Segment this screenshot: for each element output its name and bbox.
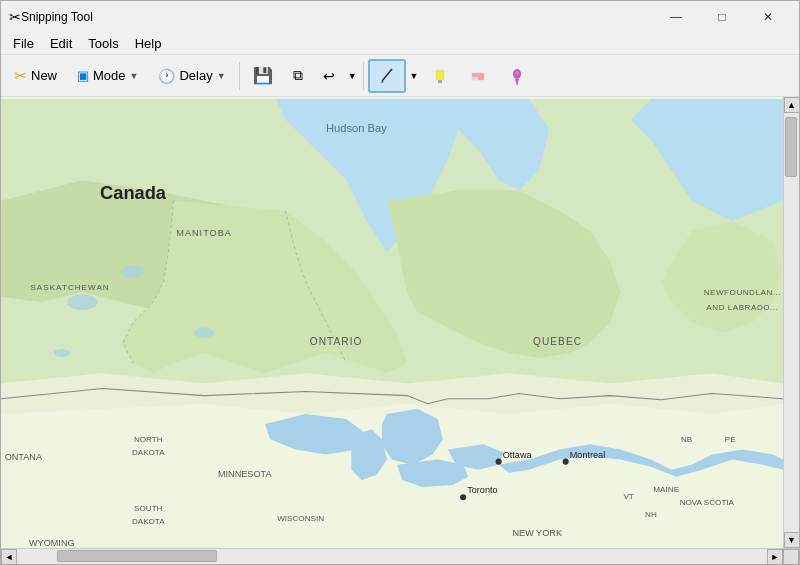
scroll-down-button[interactable]: ▼	[784, 532, 800, 548]
svg-text:Toronto: Toronto	[467, 485, 497, 495]
mode-button[interactable]: ▣ Mode ▼	[68, 59, 147, 93]
content-area: Hudson Bay Canada MANITOBA SASKATCHEWAN …	[1, 97, 799, 548]
svg-text:DAKOTA: DAKOTA	[132, 448, 165, 457]
svg-text:WISCONSIN: WISCONSIN	[277, 514, 324, 523]
scroll-up-arrow: ▲	[787, 100, 796, 110]
svg-marker-1	[381, 81, 384, 83]
svg-text:WYOMING: WYOMING	[29, 538, 75, 548]
svg-text:QUEBEC: QUEBEC	[533, 336, 582, 347]
svg-text:AND LABRADO...: AND LABRADO...	[706, 303, 778, 312]
svg-point-38	[496, 459, 502, 465]
menu-file[interactable]: File	[5, 34, 42, 53]
svg-text:NORTH: NORTH	[134, 435, 163, 444]
new-icon: ✂	[14, 67, 27, 85]
svg-text:MAINE: MAINE	[653, 485, 679, 494]
svg-text:SASKATCHEWAN: SASKATCHEWAN	[30, 283, 109, 292]
separator-1	[239, 62, 240, 90]
svg-text:MANITOBA: MANITOBA	[176, 228, 232, 238]
title-bar: ✂ Snipping Tool — □ ✕	[1, 1, 799, 33]
menu-bar: File Edit Tools Help	[1, 33, 799, 55]
highlighter-button[interactable]	[422, 59, 458, 93]
scroll-left-button[interactable]: ◄	[1, 549, 17, 565]
svg-text:Ottawa: Ottawa	[503, 450, 533, 460]
pen-button[interactable]	[368, 59, 406, 93]
vertical-scrollbar[interactable]: ▲ ▼	[783, 97, 799, 548]
highlighter-icon	[431, 67, 449, 85]
save-button[interactable]: 💾	[244, 59, 282, 93]
pin-button[interactable]	[498, 59, 536, 93]
svg-rect-3	[438, 80, 442, 83]
menu-help[interactable]: Help	[127, 34, 170, 53]
svg-text:Hudson Bay: Hudson Bay	[326, 122, 387, 134]
svg-rect-2	[436, 70, 444, 80]
svg-text:NOVA SCOTIA: NOVA SCOTIA	[680, 498, 735, 507]
map-container: Hudson Bay Canada MANITOBA SASKATCHEWAN …	[1, 97, 783, 548]
pin-icon	[507, 66, 527, 86]
svg-text:MINNESOTA: MINNESOTA	[218, 469, 272, 479]
svg-text:Montreal: Montreal	[570, 450, 606, 460]
menu-edit[interactable]: Edit	[42, 34, 80, 53]
scroll-thumb-vertical[interactable]	[785, 117, 797, 177]
eraser-button[interactable]	[460, 59, 496, 93]
svg-text:ONTARIO: ONTARIO	[310, 336, 363, 347]
close-button[interactable]: ✕	[745, 1, 791, 33]
svg-point-12	[194, 328, 214, 338]
scroll-down-arrow: ▼	[787, 535, 796, 545]
svg-text:NEWFOUNDLAN...: NEWFOUNDLAN...	[704, 288, 781, 297]
svg-text:NB: NB	[681, 435, 692, 444]
copy-button[interactable]: ⧉	[284, 59, 312, 93]
window-title: Snipping Tool	[21, 10, 653, 24]
pen-erase-dropdown[interactable]: ▼	[346, 71, 359, 81]
scroll-thumb-horizontal[interactable]	[57, 550, 217, 562]
svg-point-11	[121, 266, 145, 278]
bottom-bar: ◄ ►	[1, 548, 799, 564]
svg-point-8	[515, 71, 519, 75]
scroll-up-button[interactable]: ▲	[784, 97, 800, 113]
svg-text:PE: PE	[725, 435, 736, 444]
map-view[interactable]: Hudson Bay Canada MANITOBA SASKATCHEWAN …	[1, 97, 783, 548]
scrollbar-corner	[783, 549, 799, 565]
mode-icon: ▣	[77, 68, 89, 83]
minimize-button[interactable]: —	[653, 1, 699, 33]
delay-label: Delay	[179, 68, 212, 83]
scroll-track-vertical[interactable]	[784, 113, 799, 532]
new-label: New	[31, 68, 57, 83]
svg-text:VT: VT	[623, 492, 633, 501]
map-svg: Hudson Bay Canada MANITOBA SASKATCHEWAN …	[1, 97, 783, 548]
scroll-track-horizontal[interactable]	[17, 549, 767, 564]
scroll-left-arrow: ◄	[5, 552, 14, 562]
save-icon: 💾	[253, 66, 273, 85]
pen-icon	[378, 67, 396, 85]
svg-text:SOUTH: SOUTH	[134, 504, 163, 513]
window-controls: — □ ✕	[653, 1, 791, 33]
eraser-icon	[469, 67, 487, 85]
new-button[interactable]: ✂ New	[5, 59, 66, 93]
scroll-right-arrow: ►	[771, 552, 780, 562]
svg-text:ONTANA: ONTANA	[5, 452, 43, 462]
application-window: ✂ Snipping Tool — □ ✕ File Edit Tools He…	[0, 0, 800, 565]
delay-dropdown-arrow: ▼	[217, 71, 226, 81]
svg-line-0	[382, 69, 392, 81]
svg-point-42	[460, 494, 466, 500]
pen-erase-button[interactable]: ↩	[314, 59, 344, 93]
menu-tools[interactable]: Tools	[80, 34, 126, 53]
scroll-right-button[interactable]: ►	[767, 549, 783, 565]
svg-point-10	[67, 294, 97, 310]
pen-dropdown[interactable]: ▼	[408, 71, 421, 81]
svg-point-40	[563, 459, 569, 465]
svg-marker-7	[515, 79, 519, 86]
mode-dropdown-arrow: ▼	[130, 71, 139, 81]
erase-icon: ↩	[323, 68, 335, 84]
delay-icon: 🕐	[158, 68, 175, 84]
svg-point-13	[54, 349, 70, 357]
svg-rect-5	[472, 77, 478, 80]
mode-label: Mode	[93, 68, 126, 83]
svg-text:DAKOTA: DAKOTA	[132, 517, 165, 526]
maximize-button[interactable]: □	[699, 1, 745, 33]
svg-text:Canada: Canada	[100, 182, 167, 203]
copy-icon: ⧉	[293, 67, 303, 84]
app-icon: ✂	[9, 9, 21, 25]
svg-text:NEW YORK: NEW YORK	[512, 528, 562, 538]
svg-text:NH: NH	[645, 510, 657, 519]
delay-button[interactable]: 🕐 Delay ▼	[149, 59, 234, 93]
